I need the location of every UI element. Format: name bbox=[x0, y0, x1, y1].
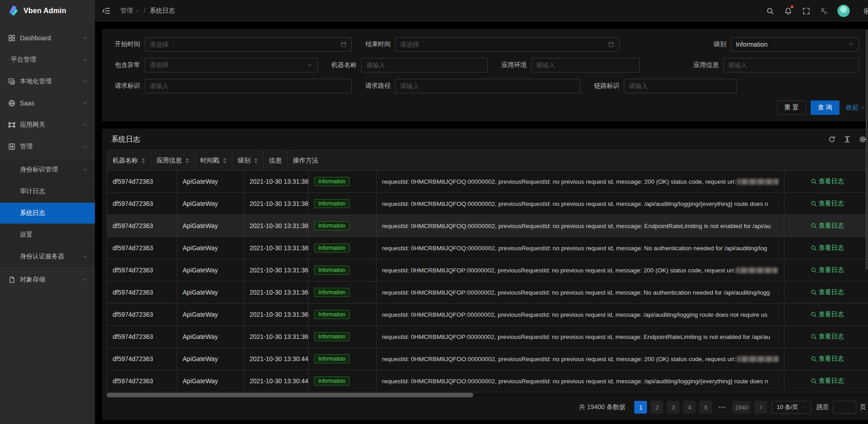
query-button[interactable]: 查 询 bbox=[811, 100, 840, 115]
column-settings-gear-icon[interactable] bbox=[859, 136, 866, 143]
page-button[interactable]: 2 bbox=[651, 401, 663, 414]
level-field: 级别 Information bbox=[714, 37, 859, 52]
sidebar-item[interactable]: 应用网关 bbox=[0, 116, 95, 134]
horizontal-scrollbar-thumb[interactable] bbox=[107, 393, 473, 397]
view-log-link[interactable]: 查看日志 bbox=[811, 333, 844, 341]
menu-fold-icon[interactable] bbox=[102, 6, 112, 16]
log-message: requestId: 0HMCRBM8JQFOO:00000002, previ… bbox=[382, 356, 736, 362]
breadcrumb-parent[interactable]: 管理 bbox=[120, 7, 140, 15]
magnifier-icon bbox=[811, 200, 819, 207]
request-path-label: 请求路径 bbox=[365, 82, 391, 90]
app-info-cell: ApiGateWay bbox=[177, 193, 244, 214]
collapse-link[interactable]: 收起 bbox=[846, 104, 865, 112]
end-time-input[interactable] bbox=[395, 37, 619, 52]
reset-button[interactable]: 重 置 bbox=[777, 100, 806, 115]
filter-form: 开始时间 结束时间 级别 bbox=[102, 29, 868, 121]
log-table-card: 系统日志 机器名称 bbox=[102, 129, 868, 420]
has-exception-label: 包含异常 bbox=[115, 61, 140, 69]
chevron-down-icon bbox=[82, 100, 88, 106]
row-height-icon[interactable] bbox=[844, 136, 851, 143]
log-message: requestId: 0HMCRBM8JQFOP:00000002, previ… bbox=[382, 289, 770, 296]
sidebar-item-label: Dashboard bbox=[20, 34, 82, 42]
fullscreen-icon[interactable] bbox=[797, 0, 816, 22]
sidebar-item-label: Saas bbox=[20, 100, 82, 107]
settings-gear-icon[interactable] bbox=[858, 0, 868, 22]
search-icon[interactable] bbox=[761, 0, 779, 22]
app-info-cell: ApiGateWay bbox=[177, 370, 244, 392]
sidebar-item[interactable]: 系统日志 bbox=[0, 203, 95, 224]
table-header-cell[interactable]: 操作方法 bbox=[288, 151, 324, 170]
view-log-link[interactable]: 查看日志 bbox=[811, 310, 844, 319]
sidebar-item[interactable]: A 本地化管理 bbox=[0, 72, 95, 91]
table-header-cell[interactable]: 时间戳 bbox=[195, 151, 232, 170]
page-button[interactable]: 4 bbox=[683, 401, 696, 414]
level-badge: Information bbox=[314, 266, 349, 275]
level-badge: Information bbox=[314, 288, 349, 297]
sidebar-item[interactable]: 管理 bbox=[0, 138, 95, 156]
sidebar-item-label: 对象存储 bbox=[20, 276, 82, 284]
breadcrumb: 管理 / 系统日志 bbox=[120, 7, 175, 15]
view-log-link[interactable]: 查看日志 bbox=[811, 222, 844, 230]
view-log-link[interactable]: 查看日志 bbox=[811, 177, 844, 186]
page-size-select[interactable]: 10 条/页 bbox=[772, 401, 811, 414]
has-exception-select[interactable]: 请选择 bbox=[145, 58, 318, 72]
table-header-row: 机器名称 应用信息 bbox=[107, 151, 868, 171]
view-log-link[interactable]: 查看日志 bbox=[811, 377, 844, 385]
jump-page-input[interactable] bbox=[833, 401, 856, 414]
view-log-link[interactable]: 查看日志 bbox=[811, 200, 844, 208]
next-page-button[interactable] bbox=[755, 401, 767, 414]
sidebar-item-label: 平台管理 bbox=[11, 56, 82, 64]
sidebar-item[interactable]: Saas bbox=[0, 94, 95, 112]
sidebar-item[interactable]: 对象存储 bbox=[0, 271, 95, 289]
sidebar-item[interactable]: 平台管理 bbox=[0, 51, 95, 69]
level-select[interactable]: Information bbox=[731, 37, 859, 52]
machine-name-cell: df5974d72363 bbox=[107, 215, 177, 237]
request-id-input[interactable] bbox=[145, 79, 352, 93]
page-button[interactable]: 1940 bbox=[732, 401, 751, 414]
machine-name-cell: df5974d72363 bbox=[107, 348, 177, 370]
jump-prefix: 跳至 bbox=[816, 403, 829, 411]
view-log-link[interactable]: 查看日志 bbox=[811, 244, 844, 252]
page-button[interactable]: ••• bbox=[716, 401, 729, 414]
vertical-scrollbar-thumb[interactable] bbox=[866, 30, 868, 270]
view-log-link[interactable]: 查看日志 bbox=[811, 288, 844, 296]
view-log-link[interactable]: 查看日志 bbox=[811, 355, 844, 363]
table-row: df5974d72363 ApiGateWay 2021-10-30 13:31… bbox=[107, 215, 868, 237]
page-button[interactable]: 5 bbox=[699, 401, 712, 414]
user-avatar[interactable] bbox=[837, 5, 850, 17]
request-path-input[interactable] bbox=[395, 79, 580, 93]
app-info-input[interactable] bbox=[723, 58, 859, 72]
app-env-input[interactable] bbox=[531, 58, 640, 72]
logo[interactable]: Vben Admin bbox=[0, 0, 95, 22]
view-log-link[interactable]: 查看日志 bbox=[811, 266, 844, 274]
refresh-icon[interactable] bbox=[828, 136, 835, 143]
start-time-input[interactable] bbox=[145, 37, 352, 52]
page-button[interactable]: 1 bbox=[634, 401, 647, 414]
machine-name-input[interactable] bbox=[361, 58, 488, 72]
machine-name-cell: df5974d72363 bbox=[107, 171, 177, 192]
table-header-cell[interactable]: 信息 bbox=[264, 151, 288, 170]
trace-id-input[interactable] bbox=[624, 79, 737, 93]
table-header-cell[interactable]: 应用信息 bbox=[151, 151, 195, 170]
table-header-cell[interactable]: 机器名称 bbox=[107, 151, 151, 170]
saas-globe-icon bbox=[8, 100, 15, 107]
file-icon bbox=[8, 276, 15, 283]
sidebar-item[interactable]: 审计日志 bbox=[0, 181, 95, 202]
sidebar-item[interactable]: Dashboard bbox=[0, 29, 95, 47]
sidebar-item-label: 本地化管理 bbox=[20, 77, 82, 86]
sidebar-item-label: 身份认证服务器 bbox=[20, 252, 82, 261]
level-badge: Information bbox=[314, 199, 349, 208]
level-badge: Information bbox=[314, 310, 349, 319]
table-header-cell[interactable]: 级别 bbox=[232, 151, 264, 170]
table-row: df5974d72363 ApiGateWay 2021-10-30 13:31… bbox=[107, 193, 868, 215]
app-env-label: 应用环境 bbox=[501, 61, 527, 69]
notification-bell-icon[interactable] bbox=[779, 0, 797, 22]
sidebar-item[interactable]: 身份认证服务器 bbox=[0, 246, 95, 267]
page-button[interactable]: 3 bbox=[667, 401, 679, 414]
translate-icon[interactable]: 文A bbox=[816, 0, 834, 22]
sidebar-item[interactable]: 身份标识管理 bbox=[0, 159, 95, 180]
redacted-block bbox=[737, 356, 778, 362]
level-badge: Information bbox=[314, 221, 349, 230]
machine-name-cell: df5974d72363 bbox=[107, 237, 177, 259]
sidebar-item[interactable]: 设置 bbox=[0, 224, 95, 245]
